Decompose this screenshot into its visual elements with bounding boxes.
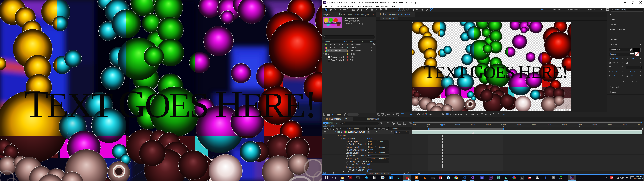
svg-text:あ: あ	[626, 75, 628, 77]
svg-text:A: A	[610, 62, 611, 64]
svg-text:C:\_: C:\_	[356, 177, 359, 178]
svg-text:T: T	[626, 70, 628, 73]
svg-text:Ae: Ae	[571, 177, 574, 179]
svg-text:FZ: FZ	[440, 177, 442, 179]
svg-text:6: 6	[505, 176, 507, 180]
svg-text:Pr: Pr	[490, 177, 492, 179]
svg-text:LR: LR	[398, 177, 400, 179]
svg-text:TEXT GOES HERE!: TEXT GOES HERE!	[24, 82, 316, 126]
svg-text:NDI: NDI	[560, 178, 562, 179]
svg-text:A: A	[609, 75, 610, 77]
svg-text:a: a	[610, 75, 611, 76]
svg-text:T: T	[610, 70, 611, 73]
svg-text:TEXT GOES HERE!: TEXT GOES HERE!	[424, 61, 568, 82]
svg-text:VA: VA	[626, 62, 628, 64]
svg-text:[]: []	[390, 177, 392, 179]
svg-text:T: T	[610, 58, 611, 60]
svg-text:TEXT GOES HERE!: TEXT GOES HERE!	[325, 22, 336, 24]
svg-text:A: A	[626, 58, 628, 60]
svg-text:HPC BE: HPC BE	[432, 178, 435, 179]
